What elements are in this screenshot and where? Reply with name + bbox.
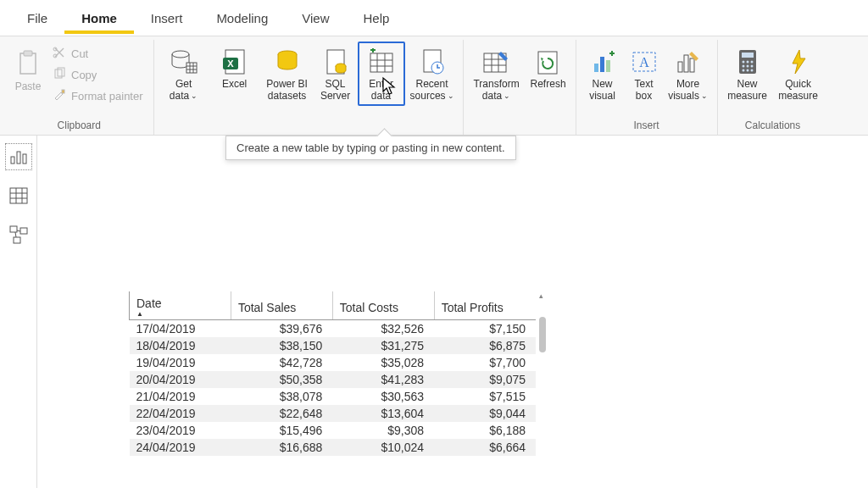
svg-rect-45 — [742, 53, 754, 58]
recent-icon — [420, 45, 444, 79]
sql-icon — [325, 45, 347, 79]
group-data: Get data⌄ X Excel Power BI datasets SQL … — [154, 40, 464, 135]
tab-view[interactable]: View — [285, 3, 346, 34]
model-view-button[interactable] — [6, 222, 31, 247]
table-row[interactable]: 22/04/2019$22,648$13,604$9,044 — [130, 405, 537, 422]
transform-data-button[interactable]: Transform data⌄ — [469, 42, 525, 103]
text-box-button[interactable]: A Text box — [626, 42, 663, 103]
svg-point-50 — [746, 65, 748, 68]
model-icon — [9, 225, 28, 244]
refresh-button[interactable]: Refresh — [526, 42, 570, 91]
svg-rect-36 — [606, 60, 610, 72]
clipboard-icon — [16, 45, 40, 80]
table-row[interactable]: 23/04/2019$15,496$9,308$6,188 — [130, 422, 537, 439]
svg-rect-58 — [10, 188, 27, 203]
brush-icon — [53, 88, 66, 104]
table-row[interactable]: 20/04/2019$50,358$41,283$9,075 — [130, 371, 537, 388]
copy-icon — [53, 67, 66, 83]
chart-plus-icon — [589, 45, 616, 79]
col-date[interactable]: Date▲ — [130, 291, 231, 320]
table-row[interactable]: 18/04/2019$38,150$31,275$6,875 — [130, 337, 537, 354]
table-row[interactable]: 19/04/2019$42,728$35,028$7,700 — [130, 354, 537, 371]
table-row[interactable]: 24/04/2019$16,688$10,024$6,664 — [130, 439, 537, 456]
tab-help[interactable]: Help — [347, 3, 407, 34]
group-clipboard: Paste Cut Copy — [5, 40, 154, 135]
scroll-up-icon[interactable]: ▴ — [539, 291, 543, 300]
tab-insert[interactable]: Insert — [134, 3, 200, 34]
transform-icon — [482, 45, 511, 79]
report-view-button[interactable] — [6, 144, 31, 169]
new-visual-button[interactable]: New visual — [581, 42, 624, 103]
textbox-icon: A — [631, 45, 658, 79]
excel-icon: X — [223, 45, 247, 79]
new-measure-button[interactable]: New measure — [723, 42, 772, 103]
format-painter-button[interactable]: Format painter — [51, 87, 145, 105]
svg-rect-33 — [538, 52, 557, 74]
svg-rect-42 — [684, 55, 688, 72]
svg-point-53 — [746, 69, 748, 72]
data-view-button[interactable] — [6, 183, 31, 208]
group-calculations: New measure Quick measure Calculations — [718, 40, 828, 135]
excel-button[interactable]: X Excel — [210, 42, 259, 91]
svg-rect-57 — [23, 154, 26, 164]
svg-rect-0 — [20, 53, 36, 74]
quick-measure-button[interactable]: Quick measure — [774, 42, 823, 103]
enter-data-button[interactable]: Enter data — [358, 42, 405, 106]
recent-sources-button[interactable]: Recent sources⌄ — [407, 42, 458, 103]
svg-point-51 — [750, 65, 753, 68]
data-table-visual[interactable]: Date▲ Total Sales Total Costs Total Prof… — [129, 291, 536, 456]
scroll-thumb[interactable] — [539, 317, 546, 352]
menu-tabs: File Home Insert Modeling View Help — [0, 0, 868, 36]
ribbon: Paste Cut Copy — [0, 36, 868, 136]
group-queries: Transform data⌄ Refresh — [464, 40, 576, 135]
table-icon — [9, 187, 28, 204]
svg-rect-8 — [186, 63, 197, 73]
copy-button[interactable]: Copy — [51, 66, 145, 84]
lightning-icon — [789, 45, 808, 79]
sql-server-button[interactable]: SQL Server — [315, 42, 356, 103]
svg-point-48 — [750, 61, 753, 64]
svg-point-49 — [742, 65, 744, 68]
table-row[interactable]: 17/04/2019$39,676$32,526$7,150 — [130, 320, 537, 338]
svg-rect-64 — [20, 228, 27, 234]
report-canvas[interactable]: Create a new table by typing or pasting … — [37, 136, 868, 488]
database-icon — [170, 45, 198, 79]
scissors-icon — [53, 46, 66, 62]
cut-button[interactable]: Cut — [51, 45, 145, 63]
svg-point-54 — [750, 69, 753, 72]
svg-line-66 — [17, 230, 20, 231]
svg-rect-56 — [17, 152, 20, 164]
svg-point-46 — [742, 61, 744, 64]
tab-home[interactable]: Home — [64, 3, 134, 34]
bar-chart-icon — [9, 148, 28, 165]
get-data-button[interactable]: Get data⌄ — [159, 42, 209, 103]
svg-rect-1 — [24, 51, 32, 56]
svg-point-47 — [746, 61, 748, 64]
svg-text:A: A — [639, 55, 649, 69]
table-row[interactable]: 21/04/2019$38,078$30,563$7,515 — [130, 388, 537, 405]
col-costs[interactable]: Total Costs — [332, 291, 434, 320]
calculator-icon — [737, 45, 759, 79]
table-plus-icon — [367, 45, 396, 79]
col-sales[interactable]: Total Sales — [231, 291, 332, 320]
svg-rect-34 — [594, 64, 598, 72]
svg-rect-35 — [600, 57, 604, 72]
col-profits[interactable]: Total Profits — [434, 291, 536, 320]
svg-line-67 — [15, 232, 16, 237]
refresh-icon — [536, 45, 561, 79]
svg-rect-65 — [14, 237, 20, 243]
svg-rect-43 — [690, 58, 694, 72]
paste-button[interactable]: Paste — [10, 42, 46, 92]
svg-point-7 — [172, 51, 189, 58]
pbi-datasets-button[interactable]: Power BI datasets — [261, 42, 314, 103]
table-scrollbar[interactable]: ▴ — [537, 291, 548, 478]
svg-rect-6 — [62, 90, 64, 93]
svg-text:X: X — [227, 58, 234, 69]
view-rail — [0, 136, 37, 488]
tab-file[interactable]: File — [10, 3, 64, 34]
enter-data-tooltip: Create a new table by typing or pasting … — [225, 136, 516, 160]
more-visuals-button[interactable]: More visuals⌄ — [665, 42, 712, 103]
tab-modeling[interactable]: Modeling — [199, 3, 285, 34]
svg-rect-41 — [678, 62, 682, 72]
group-insert: New visual A Text box More visuals⌄ Inse… — [576, 40, 718, 135]
